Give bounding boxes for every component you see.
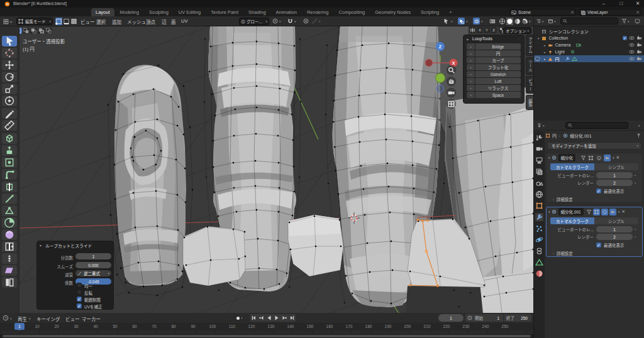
select-mode-invert-icon[interactable]	[38, 28, 45, 34]
tool-loop-cut[interactable]	[2, 182, 17, 192]
viewport-menu-edge[interactable]: 辺	[162, 18, 167, 25]
mode-selector[interactable]: 編集モード ▾	[16, 18, 53, 25]
tool-scale[interactable]	[2, 84, 17, 94]
operator-collapse-icon[interactable]: ▾	[40, 243, 42, 248]
looptools-bridge-options[interactable]: ›	[467, 43, 475, 50]
camera-restrict-icon[interactable]	[636, 42, 642, 48]
tool-cursor[interactable]	[2, 48, 17, 58]
animate-dot[interactable]: •	[635, 173, 636, 177]
tool-bevel[interactable]	[2, 169, 17, 180]
outliner-camera-row[interactable]: ▸ Camera	[534, 41, 644, 48]
tool-shrink-fatten[interactable]	[2, 253, 17, 264]
viewport-menu-select[interactable]: 選択	[96, 18, 106, 25]
pin-icon[interactable]	[636, 133, 641, 138]
flipped-checkbox-row[interactable]: 反転	[77, 290, 92, 296]
tool-poly-build[interactable]	[2, 205, 17, 216]
close-button[interactable]: ✕	[633, 1, 643, 7]
looptools-flatten-button[interactable]: フラット化	[475, 64, 521, 70]
tool-shear[interactable]	[2, 265, 17, 276]
shading-wireframe-icon[interactable]	[499, 18, 506, 25]
mirror-x[interactable]: X	[477, 27, 483, 33]
optimal-display-checkbox[interactable]: ✓	[596, 243, 601, 248]
outliner-object-row-selected[interactable]: ▸ 円	[534, 55, 644, 62]
levels-viewport-field[interactable]: 1	[596, 172, 633, 178]
collection-checkbox[interactable]: ✓	[623, 36, 627, 40]
sidebar-tab-tool[interactable]: ツール	[526, 57, 533, 75]
levels-viewport-field[interactable]: 1	[596, 226, 633, 232]
auto-key-button[interactable]: ▾	[231, 314, 248, 322]
flipped-checkbox[interactable]	[77, 290, 82, 295]
viewlayer-close-icon[interactable]: ✕	[636, 10, 640, 15]
tab-animation[interactable]: Animation	[272, 8, 301, 16]
properties-editor-icon[interactable]	[536, 123, 542, 128]
even-checkbox[interactable]	[77, 283, 82, 288]
select-mode-intersect-icon[interactable]	[45, 28, 52, 34]
tab-texture-paint[interactable]: Texture Paint	[206, 8, 243, 16]
tool-rotate[interactable]	[2, 72, 17, 82]
tab-shading[interactable]: Shading	[244, 8, 270, 16]
correct-uv-checkbox[interactable]: ✓	[77, 303, 82, 308]
tab-modifiers-icon-active[interactable]	[535, 213, 543, 221]
timeline-editor-icon[interactable]	[3, 315, 9, 321]
looptools-collapse-icon[interactable]: ▾	[467, 37, 469, 41]
modifier-name-field[interactable]: 細分化.001	[558, 208, 584, 215]
levels-render-field[interactable]: 2	[596, 234, 633, 240]
jump-to-end-button[interactable]	[288, 314, 296, 322]
shading-solid-icon[interactable]	[506, 18, 513, 25]
outliner-scene-collection-row[interactable]: シーンコレクション	[534, 28, 644, 35]
modifier-close-icon[interactable]: ✕	[616, 155, 620, 160]
ortho-toggle-icon[interactable]	[446, 99, 457, 109]
catmull-clark-button[interactable]: カトマルクラーク	[550, 217, 594, 224]
modifier-vertexgroup-icon[interactable]	[580, 155, 586, 161]
maximize-button[interactable]: □	[616, 1, 626, 7]
looptools-space-options[interactable]: ›	[467, 92, 475, 98]
even-checkbox-row[interactable]: 均一	[77, 283, 92, 289]
tab-world-icon[interactable]	[535, 190, 543, 199]
add-modifier-button[interactable]: モディファイアーを追加 ▾	[547, 142, 641, 150]
falloff-icon[interactable]	[312, 18, 318, 24]
modifier-collapse-icon[interactable]: ▾	[548, 210, 550, 214]
sidebar-tab-view[interactable]: ビュー	[526, 76, 533, 94]
tool-extrude[interactable]	[2, 145, 17, 156]
modifier-name-field[interactable]: 細分化	[558, 154, 576, 161]
camera-restrict-icon[interactable]	[636, 56, 642, 62]
looptools-bridge-button[interactable]: Bridge	[475, 43, 521, 50]
modifier-render-icon[interactable]	[609, 209, 616, 215]
options-dropdown[interactable]: オプション ▾	[503, 27, 531, 34]
outliner-search-field[interactable]	[560, 18, 618, 25]
current-frame-field[interactable]: 1	[438, 314, 464, 322]
smooth-field[interactable]: 0.000	[75, 262, 111, 268]
camera-restrict-icon[interactable]	[636, 35, 642, 41]
eye-icon[interactable]	[629, 49, 635, 55]
modifier-render-icon[interactable]	[604, 155, 611, 161]
playhead[interactable]: 1	[14, 323, 25, 330]
camera-restrict-icon[interactable]	[636, 49, 642, 55]
levels-render-field[interactable]: 2	[596, 180, 633, 186]
outliner-options-icon[interactable]	[635, 18, 640, 24]
pivot-point-icon[interactable]	[272, 18, 278, 24]
tool-rip-region[interactable]	[2, 277, 17, 288]
gizmo-toggle-icon[interactable]	[458, 18, 465, 25]
prev-keyframe-button[interactable]	[258, 314, 265, 322]
animate-dot[interactable]: •	[635, 227, 636, 231]
looptools-relax-button[interactable]: リラックス	[475, 85, 521, 91]
tab-object-icon[interactable]	[535, 202, 543, 210]
tab-sculpting[interactable]: Sculpting	[145, 8, 173, 16]
eye-icon[interactable]	[629, 42, 635, 48]
viewport-menu-mesh[interactable]: メッシュ	[127, 18, 146, 25]
tab-scene-icon[interactable]	[535, 179, 543, 187]
sidebar-tab-edit[interactable]: 編集	[526, 95, 533, 110]
eye-icon[interactable]	[629, 56, 635, 62]
tool-smooth[interactable]	[2, 229, 17, 240]
timeline-menu-keying[interactable]: キーイング	[36, 315, 60, 322]
outliner-light-row[interactable]: ▸ Light	[534, 48, 644, 55]
eye-icon[interactable]	[629, 35, 635, 41]
tab-viewlayer-icon[interactable]	[535, 168, 543, 176]
modifier-vertexgroup-icon[interactable]	[586, 209, 592, 215]
next-keyframe-button[interactable]	[280, 314, 288, 322]
properties-search-field[interactable]	[565, 122, 628, 129]
shading-rendered-icon[interactable]	[521, 18, 528, 25]
modifier-collapse-icon[interactable]: ▾	[548, 156, 550, 160]
catmull-clark-button[interactable]: カトマルクラーク	[550, 163, 594, 170]
looptools-curve-options[interactable]: ›	[467, 57, 475, 63]
